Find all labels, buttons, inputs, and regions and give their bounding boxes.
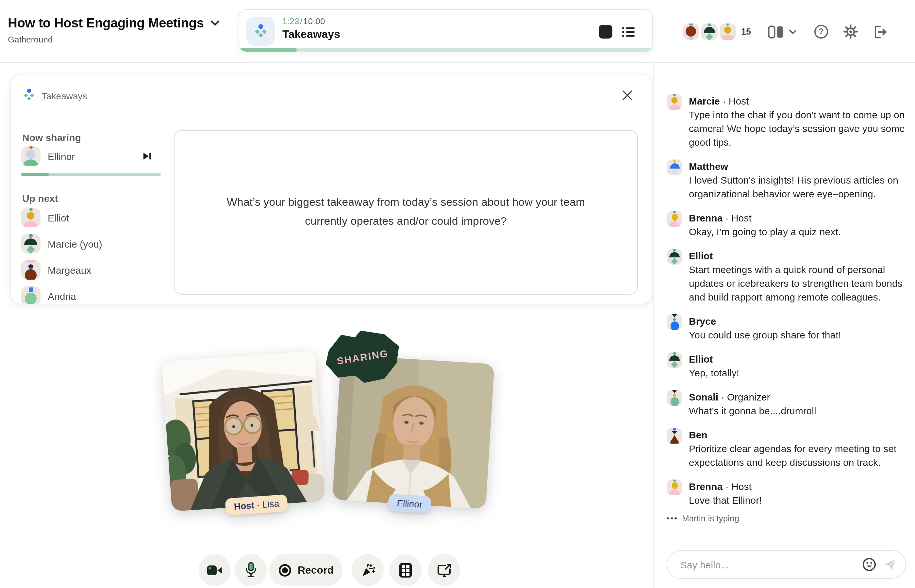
up-next-row: Marcie (you) <box>21 234 165 254</box>
chat-message-text: Prioritize clear agendas for every meeti… <box>689 442 906 469</box>
skip-next-button[interactable] <box>142 152 152 161</box>
stage-layout-icon <box>768 25 784 38</box>
settings-button[interactable] <box>843 24 858 39</box>
grid-view-button[interactable] <box>390 554 422 586</box>
send-button[interactable] <box>883 557 897 572</box>
chat-sender-role: · Host <box>723 212 751 223</box>
participant-avatars <box>683 24 736 40</box>
avatar <box>667 211 682 227</box>
chat-sender-name: Brenna <box>689 212 723 223</box>
up-next-name: Elliot <box>48 212 69 223</box>
exit-icon <box>873 24 888 39</box>
avatar <box>21 208 40 227</box>
chat-sender-name: Marcie <box>689 95 720 107</box>
confetti-icon <box>360 562 375 578</box>
chat-sender-name: Elliot <box>689 250 713 261</box>
help-icon: ? <box>814 24 829 39</box>
up-next-row: Elliot <box>21 208 165 227</box>
video-tile-ellinor[interactable]: Ellinor <box>332 355 495 509</box>
camera-button[interactable] <box>199 554 231 586</box>
sharer-progress-bar <box>21 173 161 176</box>
microphone-button[interactable] <box>234 554 267 586</box>
chat-message-text: Type into the chat if you don’t want to … <box>689 108 906 149</box>
chat-sender-role: · Host <box>723 481 751 492</box>
leave-meeting-button[interactable] <box>873 24 888 39</box>
close-panel-button[interactable] <box>620 88 635 103</box>
typing-dots-icon <box>667 517 677 520</box>
now-sharing-row: Ellinor <box>21 146 152 166</box>
question-card: What’s your biggest takeaway from today’… <box>174 130 638 295</box>
chat-sender-role: · Organizer <box>718 391 770 402</box>
gear-icon <box>843 24 858 39</box>
chat-message: Brenna · HostOkay, I’m going to play a q… <box>667 211 906 239</box>
layout-select-button[interactable] <box>768 25 797 38</box>
emoji-button[interactable] <box>862 557 876 572</box>
sharer-avatar <box>21 146 40 166</box>
up-next-name: Andria <box>48 291 76 302</box>
chat-message: BenPrioritize clear agendas for every me… <box>667 428 906 469</box>
chat-sender-name: Elliot <box>689 354 713 365</box>
gatheround-logo-icon <box>21 87 37 103</box>
avatar <box>21 234 40 254</box>
meeting-title-block: How to Host Engaging Meetings Gatheround <box>8 16 220 44</box>
screen-share-button[interactable] <box>428 554 460 586</box>
chat-message: Brenna · HostLove that Ellinor! <box>667 480 906 507</box>
stop-activity-button[interactable] <box>599 25 613 39</box>
activity-queue-button[interactable] <box>622 25 636 39</box>
film-grid-icon <box>399 562 412 578</box>
screen-share-icon <box>436 563 452 577</box>
up-next-list: ElliotMarcie (you)MargeauxAndria <box>21 208 165 304</box>
avatar <box>667 249 682 265</box>
sharer-name: Ellinor <box>48 150 142 162</box>
activity-timer: 1:23/10:00 <box>282 16 340 26</box>
chat-message: Marcie · HostType into the chat if you d… <box>667 94 906 149</box>
svg-text:?: ? <box>819 27 823 36</box>
chat-message: ElliotYep, totally! <box>667 352 906 380</box>
avatar <box>667 352 682 368</box>
help-button[interactable]: ? <box>814 24 829 39</box>
chat-sender-name: Brenna <box>689 481 723 492</box>
send-icon <box>883 557 897 572</box>
microphone-icon <box>244 562 257 578</box>
chat-message: ElliotStart meetings with a quick round … <box>667 249 906 304</box>
chevron-down-icon <box>789 29 797 34</box>
participant-avatar <box>719 24 736 40</box>
lisa-video <box>162 351 325 512</box>
up-next-name: Margeaux <box>48 264 91 275</box>
chat-message-text: You could use group share for that! <box>689 328 906 342</box>
activity-name: Takeaways <box>282 28 340 41</box>
chat-input-container <box>667 550 906 579</box>
video-tile-lisa[interactable]: Host · Lisa <box>162 351 325 512</box>
activity-summary-card: 1:23/10:00 Takeaways <box>239 9 653 52</box>
participant-count: 15 <box>741 27 751 37</box>
chat-sender-name: Sonali <box>689 391 718 402</box>
avatar <box>667 314 682 330</box>
record-button[interactable]: Record <box>269 554 343 586</box>
up-next-row: Margeaux <box>21 260 165 279</box>
participant-avatar <box>683 24 699 40</box>
header-controls: 15 ? <box>683 24 888 40</box>
question-text: What’s your biggest takeaway from today’… <box>210 194 602 231</box>
record-icon <box>278 563 293 577</box>
app-name: Gatheround <box>8 35 220 44</box>
avatar <box>21 286 40 304</box>
up-next-row: Andria <box>21 286 165 304</box>
up-next-name: Marcie (you) <box>48 238 102 249</box>
participant-avatar <box>701 24 718 40</box>
panel-title: Takeaways <box>42 91 87 101</box>
chat-message-text: Love that Ellinor! <box>689 493 906 507</box>
now-sharing-label: Now sharing <box>22 132 81 143</box>
chat-sidebar: Marcie · HostType into the chat if you d… <box>653 63 915 588</box>
chat-message: BryceYou could use group share for that! <box>667 314 906 342</box>
avatar <box>667 160 682 175</box>
typing-indicator: Martin is typing <box>667 514 906 523</box>
chat-sender-name: Bryce <box>689 315 716 327</box>
chat-message-text: Okay, I’m going to play a quiz next. <box>689 225 906 239</box>
chevron-down-icon[interactable] <box>210 20 220 26</box>
avatar <box>21 260 40 279</box>
ellinor-video <box>332 355 495 509</box>
chat-input[interactable] <box>679 558 855 571</box>
avatar <box>667 428 682 444</box>
chat-sender-role: · Host <box>720 95 748 107</box>
effects-button[interactable] <box>352 554 384 586</box>
